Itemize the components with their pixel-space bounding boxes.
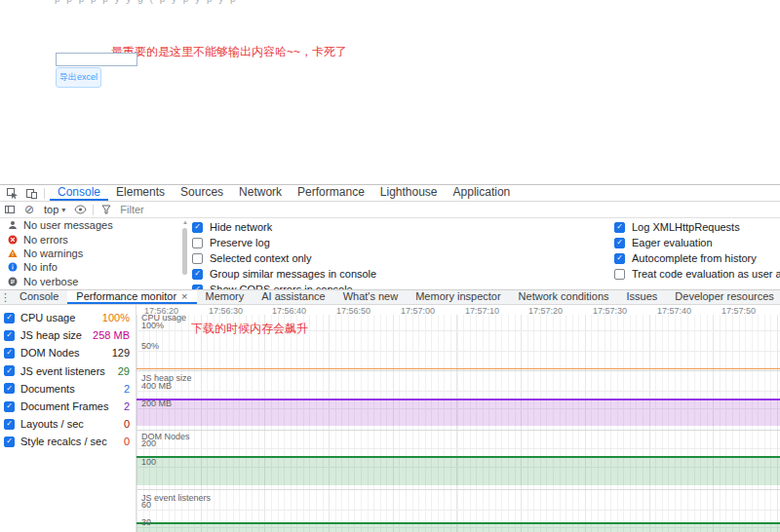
verbose-icon xyxy=(8,277,18,286)
checkbox[interactable] xyxy=(4,419,15,430)
filter-label: No user messages xyxy=(23,219,113,231)
drawer-tab-network-conditions[interactable]: Network conditions xyxy=(510,290,618,304)
page-annotation: 最重要的是这里不能够输出内容哈~~，卡死了 xyxy=(111,44,347,60)
console-filter-input[interactable]: Filter xyxy=(120,204,143,215)
checkbox[interactable] xyxy=(4,330,15,341)
setting-show-cors-errors[interactable]: Show CORS errors in console xyxy=(192,282,376,289)
console-toolbar: ⊘ top ▾ Filter xyxy=(0,202,780,218)
checkbox[interactable] xyxy=(192,253,203,264)
metric-js-heap-size[interactable]: JS heap size 258 MB xyxy=(0,326,136,344)
drawer-tab-issues[interactable]: Issues xyxy=(618,290,667,304)
metric-value: 29 xyxy=(118,365,130,377)
cpu-usage-line xyxy=(136,368,780,369)
chart-annotation: 下载的时候内存会飙升 xyxy=(191,321,308,337)
metric-label: Documents xyxy=(20,383,75,395)
metric-document-frames[interactable]: Document Frames 2 xyxy=(0,398,136,415)
metric-value: 0 xyxy=(124,436,130,447)
page-input[interactable] xyxy=(56,53,137,66)
metric-value: 258 MB xyxy=(93,329,130,341)
clipped-text: p p p p p y y g ( p y p y p y p xyxy=(55,0,425,5)
inspect-element-icon[interactable] xyxy=(2,185,21,201)
filter-label: No verbose xyxy=(23,276,78,287)
filter-verbose[interactable]: No verbose xyxy=(0,275,180,288)
more-tools-kebab-icon[interactable]: ⋮ xyxy=(0,290,11,304)
context-selector[interactable]: top ▾ xyxy=(39,204,70,215)
drawer-tab-whats-new[interactable]: What's new xyxy=(334,290,408,304)
metric-documents[interactable]: Documents 2 xyxy=(0,380,136,398)
gridline xyxy=(136,448,780,449)
divider xyxy=(93,205,94,215)
tab-performance[interactable]: Performance xyxy=(290,185,372,201)
warning-icon xyxy=(8,248,18,258)
filter-errors[interactable]: No errors xyxy=(0,232,180,246)
context-selector-value: top xyxy=(44,204,58,215)
metric-js-event-listeners[interactable]: JS event listeners 29 xyxy=(0,362,136,380)
dom-nodes-area xyxy=(136,456,780,485)
tab-sources[interactable]: Sources xyxy=(173,185,231,201)
settings-column-right: Log XMLHttpRequests Eager evaluation Aut… xyxy=(614,219,780,282)
checkbox[interactable] xyxy=(192,222,203,233)
filter-label: No info xyxy=(23,261,58,273)
tab-console[interactable]: Console xyxy=(50,185,108,201)
metric-label: DOM Nodes xyxy=(20,347,80,359)
tab-network[interactable]: Network xyxy=(231,185,290,201)
console-settings-panel: Hide network Preserve log Selected conte… xyxy=(189,218,780,289)
setting-label: Log XMLHttpRequests xyxy=(632,221,740,233)
js-event-listeners-area xyxy=(136,522,780,532)
clear-console-icon[interactable]: ⊘ xyxy=(20,202,39,217)
checkbox[interactable] xyxy=(4,348,15,359)
checkbox[interactable] xyxy=(4,313,15,323)
scrollbar-thumb[interactable] xyxy=(182,228,187,275)
setting-preserve-log[interactable]: Preserve log xyxy=(192,235,376,250)
setting-label: Group similar messages in console xyxy=(210,268,376,280)
setting-treat-code-eval[interactable]: Treat code evaluation as user action xyxy=(614,266,780,282)
filter-info[interactable]: No info xyxy=(0,260,180,274)
setting-log-xmlhttprequests[interactable]: Log XMLHttpRequests xyxy=(614,219,780,235)
metric-value: 129 xyxy=(112,347,130,359)
filter-warnings[interactable]: No warnings xyxy=(0,247,180,260)
drawer-tab-developer-resources[interactable]: Developer resources xyxy=(666,290,780,304)
tab-elements[interactable]: Elements xyxy=(108,185,173,201)
setting-selected-context-only[interactable]: Selected context only xyxy=(192,250,376,266)
device-toolbar-icon[interactable] xyxy=(21,185,41,201)
metric-cpu-usage[interactable]: CPU usage 100% xyxy=(0,309,136,326)
setting-hide-network[interactable]: Hide network xyxy=(192,219,376,235)
web-page-area: p p p p p y y g ( p y p y p y p 最重要的是这里不… xyxy=(0,0,780,184)
setting-autocomplete-history[interactable]: Autocomplete from history xyxy=(614,250,780,266)
axis-tick: 60 xyxy=(141,501,151,510)
drawer-tab-memory[interactable]: Memory xyxy=(197,290,254,304)
console-sidebar-toggle-icon[interactable] xyxy=(0,202,20,217)
section-divider xyxy=(136,430,780,431)
checkbox[interactable] xyxy=(614,238,625,248)
setting-label: Eager evaluation xyxy=(632,237,713,248)
tab-application[interactable]: Application xyxy=(446,185,519,201)
checkbox[interactable] xyxy=(192,269,203,280)
checkbox[interactable] xyxy=(192,238,203,248)
tab-lighthouse[interactable]: Lighthouse xyxy=(372,185,446,201)
metric-dom-nodes[interactable]: DOM Nodes 129 xyxy=(0,344,136,361)
checkbox[interactable] xyxy=(614,269,625,280)
checkbox[interactable] xyxy=(4,383,15,394)
live-expression-eye-icon[interactable] xyxy=(70,202,90,217)
drawer-tab-console[interactable]: Console xyxy=(11,290,67,304)
drawer-tab-performance-monitor[interactable]: Performance monitor × xyxy=(67,290,196,304)
drawer-tab-ai-assistance[interactable]: AI assistance xyxy=(253,290,333,304)
close-icon[interactable]: × xyxy=(181,290,187,302)
filter-funnel-icon xyxy=(97,202,116,217)
metric-style-recalcs-sec[interactable]: Style recalcs / sec 0 xyxy=(0,433,136,450)
checkbox[interactable] xyxy=(614,222,625,233)
export-excel-button[interactable]: 导出excel xyxy=(56,67,101,88)
checkbox[interactable] xyxy=(4,437,15,447)
chevron-down-icon: ▾ xyxy=(61,206,65,214)
setting-group-similar[interactable]: Group similar messages in console xyxy=(192,266,376,282)
metric-layouts-sec[interactable]: Layouts / sec 0 xyxy=(0,415,136,433)
checkbox[interactable] xyxy=(4,365,15,376)
filter-user-messages[interactable]: No user messages xyxy=(0,218,180,232)
checkbox[interactable] xyxy=(4,401,15,412)
setting-eager-evaluation[interactable]: Eager evaluation xyxy=(614,235,780,250)
checkbox[interactable] xyxy=(614,253,625,264)
info-icon xyxy=(8,262,18,272)
user-messages-icon xyxy=(8,220,18,230)
metric-label: JS heap size xyxy=(20,329,82,341)
drawer-tab-memory-inspector[interactable]: Memory inspector xyxy=(407,290,509,304)
